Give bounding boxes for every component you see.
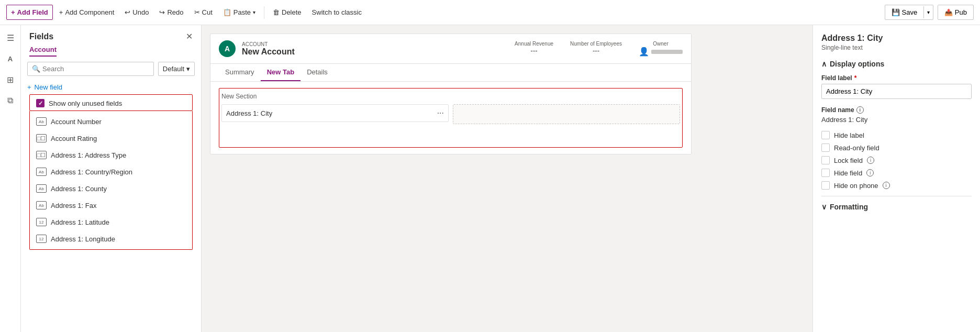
field-label: Address 1: Address Type [51,151,126,159]
field-label: Address 1: Latitude [51,218,109,226]
form-body: New Section Address 1: City ··· [210,82,691,154]
chevron-down-icon: ▾ [186,65,190,73]
field-item-address-type[interactable]: □ Address 1: Address Type [30,147,192,163]
rp-formatting-header[interactable]: ∨ Formatting [821,203,972,211]
rp-hide-label-checkbox[interactable] [821,131,830,139]
rp-field-name-label: Field name i [821,106,972,114]
rp-hide-phone-checkbox[interactable] [821,181,830,190]
rp-hide-field-row[interactable]: Hide field i [821,169,972,177]
form-empty-cell [453,104,680,124]
nav-icon-grid[interactable]: ⊞ [2,71,19,88]
delete-icon: 🗑 [273,8,280,16]
nav-icon-text[interactable]: A [2,50,19,67]
plus-icon: + [11,8,15,16]
save-button[interactable]: 💾 Save ▾ [885,5,933,20]
field-name-info-icon[interactable]: i [856,106,864,114]
publish-button[interactable]: 📤 Pub [938,5,974,20]
save-main[interactable]: 💾 Save [885,5,923,19]
field-item-address-county[interactable]: Address 1: County [30,180,192,197]
field-label: Address 1: Fax [51,202,96,209]
add-field-button[interactable]: + Add Field [6,5,53,20]
rp-chevron-up-icon: ∧ [821,60,827,68]
search-input[interactable] [42,65,149,73]
unused-fields-checkbox[interactable] [36,99,44,107]
paste-button[interactable]: 📋 Paste ▾ [219,5,260,19]
rp-hide-phone-row[interactable]: Hide on phone i [821,181,972,190]
field-item-address-country[interactable]: Address 1: Country/Region [30,163,192,180]
section-box: New Section Address 1: City ··· [219,88,683,148]
field-item-account-number[interactable]: Account Number [30,113,192,130]
toolbar: + Add Field + Add Component ↩ Undo ↪ Red… [0,0,980,25]
field-item-address-fax[interactable]: Address 1: Fax [30,197,192,214]
redo-button[interactable]: ↪ Redo [155,5,187,19]
switch-classic-button[interactable]: Switch to classic [308,5,366,19]
redo-icon: ↪ [159,8,165,16]
field-icon-text3 [36,184,47,193]
undo-button[interactable]: ↩ Undo [120,5,153,19]
unused-fields-checkbox-row[interactable]: Show only unused fields [29,94,193,111]
field-label: Address 1: County [51,185,107,193]
tab-details[interactable]: Details [300,64,334,81]
rp-title: Address 1: City [821,34,972,43]
tab-summary[interactable]: Summary [219,64,261,81]
field-icon-check2: □ [36,151,47,159]
toolbar-divider [264,6,264,19]
rp-readonly-field-checkbox[interactable] [821,143,830,152]
field-label: Address 1: Country/Region [51,168,132,176]
nav-icon-layers[interactable]: ⧉ [2,92,19,109]
cut-button[interactable]: ✂ Cut [190,5,217,19]
field-item-account-rating[interactable]: □ Account Rating [30,130,192,147]
form-header-field-owner: Owner 👤 [639,41,683,57]
save-dropdown-arrow[interactable]: ▾ [923,6,933,18]
form-field-city[interactable]: Address 1: City ··· [221,104,449,122]
hide-field-info-icon[interactable]: i [866,169,874,176]
form-header-field-revenue: Annual Revenue --- [515,41,553,57]
rp-field-label-group: Field label * [821,74,972,99]
field-label: Account Number [51,118,102,126]
cut-icon: ✂ [194,8,200,16]
rp-hide-field-checkbox[interactable] [821,169,830,177]
search-box[interactable]: 🔍 [27,62,154,76]
rp-divider [821,196,972,196]
rp-field-name-value: Address 1: City [821,116,972,124]
form-card: A ACCOUNT New Account Annual Revenue ---… [210,34,692,154]
form-header-fields: Annual Revenue --- Number of Employees -… [515,41,683,57]
rp-lock-field-row[interactable]: Lock field i [821,156,972,164]
rp-display-options-header[interactable]: ∧ Display options [821,60,972,68]
fields-panel-header: Fields ✕ [21,25,201,41]
side-icon-bar: ☰ A ⊞ ⧉ [0,25,21,332]
field-label: Address 1: Longitude [51,235,115,243]
main-layout: ☰ A ⊞ ⧉ Fields ✕ Account 🔍 Default ▾ + N… [0,25,980,332]
canvas-area: A ACCOUNT New Account Annual Revenue ---… [202,25,812,332]
default-dropdown[interactable]: Default ▾ [158,62,195,76]
field-icon-check: □ [36,134,47,142]
tab-new-tab[interactable]: New Tab [261,64,301,81]
publish-main[interactable]: 📤 Pub [938,5,973,19]
hide-phone-info-icon[interactable]: i [883,182,890,189]
rp-field-name-group: Field name i Address 1: City [821,106,972,124]
field-item-address-longitude[interactable]: Address 1: Longitude [30,230,192,247]
paste-arrow-icon: ▾ [253,9,255,15]
rp-field-label-input[interactable] [821,84,972,99]
rp-chevron-down-icon: ∨ [821,203,827,211]
lock-field-info-icon[interactable]: i [867,157,874,164]
right-panel: Address 1: City Single-line text ∧ Displ… [812,25,980,332]
rp-readonly-field-row[interactable]: Read-only field [821,143,972,152]
fields-close-button[interactable]: ✕ [186,31,193,41]
delete-button[interactable]: 🗑 Delete [269,5,306,19]
form-header-field-employees: Number of Employees --- [570,41,622,57]
add-component-button[interactable]: + Add Component [55,5,119,19]
fields-list: Account Number □ Account Rating □ Addres… [29,111,193,250]
search-icon: 🔍 [32,65,40,73]
section-header: New Section [221,91,680,104]
fields-panel-title: Fields [29,32,53,41]
rp-required-indicator: * [854,74,857,82]
nav-icon-menu[interactable]: ☰ [2,29,19,46]
new-field-row[interactable]: + New field [21,80,201,94]
field-item-address-latitude[interactable]: Address 1: Latitude [30,214,192,230]
rp-hide-label-row[interactable]: Hide label [821,131,972,139]
field-label: Account Rating [51,135,97,142]
rp-lock-field-checkbox[interactable] [821,156,830,164]
fields-tab-label[interactable]: Account [29,46,57,57]
form-header: A ACCOUNT New Account Annual Revenue ---… [210,34,691,64]
